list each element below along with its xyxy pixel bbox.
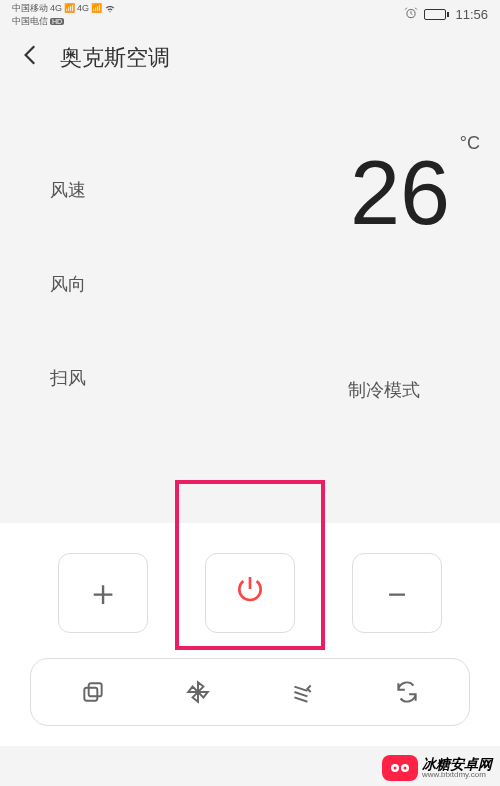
left-controls: 风速 风向 扫风 xyxy=(50,178,86,402)
cycle-icon xyxy=(394,679,420,705)
page-title: 奥克斯空调 xyxy=(60,43,170,73)
main-panel: 风速 风向 扫风 26 °C 制冷模式 xyxy=(0,88,500,442)
watermark-logo-icon xyxy=(382,755,418,781)
power-icon xyxy=(234,572,266,614)
watermark: 冰糖安卓网 www.btxtdmy.com xyxy=(382,755,492,781)
app-header: 奥克斯空调 xyxy=(0,28,500,88)
plus-icon: ＋ xyxy=(85,569,121,618)
sleep-button[interactable] xyxy=(392,677,422,707)
wifi-icon xyxy=(104,2,116,17)
status-time: 11:56 xyxy=(455,7,488,22)
swing-button[interactable] xyxy=(287,677,317,707)
battery-icon xyxy=(424,9,449,20)
signal-bars-icon-1: 📶 xyxy=(64,4,75,14)
bottom-controls: ＋ － xyxy=(0,523,500,746)
signal-bars-icon-2: 📶 xyxy=(91,4,102,14)
pinwheel-icon xyxy=(185,679,211,705)
signal-4g-1: 4G xyxy=(50,4,62,14)
temp-plus-button[interactable]: ＋ xyxy=(58,553,148,633)
status-bar: 中国移动 4G 📶 4G 📶 中国电信 HD 11:56 xyxy=(0,0,500,28)
temperature-unit: °C xyxy=(460,133,480,154)
watermark-brand: 冰糖安卓网 xyxy=(422,757,492,771)
mode-icon-bar xyxy=(30,658,470,726)
svg-rect-2 xyxy=(89,683,102,696)
minus-icon: － xyxy=(379,569,415,618)
right-display: 26 °C 制冷模式 xyxy=(348,148,470,402)
fan-direction-button[interactable]: 风向 xyxy=(50,272,86,296)
carrier-1: 中国移动 xyxy=(12,4,48,14)
svg-point-6 xyxy=(404,767,407,770)
signal-4g-2: 4G xyxy=(77,4,89,14)
status-right: 11:56 xyxy=(404,6,488,23)
swing-lines-icon xyxy=(289,679,315,705)
status-carriers: 中国移动 4G 📶 4G 📶 中国电信 HD xyxy=(12,2,116,27)
hd-badge: HD xyxy=(50,18,64,26)
svg-point-5 xyxy=(394,767,397,770)
alarm-icon xyxy=(404,6,418,23)
copy-squares-icon xyxy=(80,679,106,705)
primary-button-row: ＋ － xyxy=(0,553,500,633)
carrier-2: 中国电信 xyxy=(12,17,48,27)
temperature-value: 26 xyxy=(350,148,450,238)
fan-button[interactable] xyxy=(183,677,213,707)
watermark-url: www.btxtdmy.com xyxy=(422,771,492,779)
power-button[interactable] xyxy=(205,553,295,633)
temperature-display: 26 °C xyxy=(350,148,450,238)
fan-speed-button[interactable]: 风速 xyxy=(50,178,86,202)
mode-button[interactable] xyxy=(78,677,108,707)
svg-rect-1 xyxy=(85,688,98,701)
sweep-button[interactable]: 扫风 xyxy=(50,366,86,390)
mode-label: 制冷模式 xyxy=(348,378,420,402)
temp-minus-button[interactable]: － xyxy=(352,553,442,633)
back-arrow-icon[interactable] xyxy=(18,42,44,74)
